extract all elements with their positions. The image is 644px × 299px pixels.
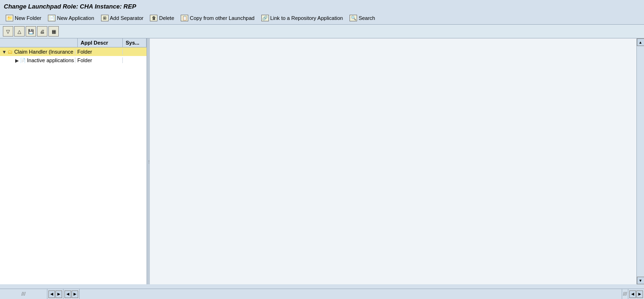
add-separator-label: Add Separator <box>110 15 144 21</box>
nav-left2-button[interactable]: ◀ <box>64 290 71 298</box>
expand-all-icon: ▽ <box>6 29 10 34</box>
link-to-repo-label: Link to a Repository Application <box>270 15 343 21</box>
copy-from-icon: 📋 <box>181 15 188 21</box>
expand-all-button[interactable]: ▽ <box>3 26 13 37</box>
new-application-icon: 📄 <box>48 15 55 21</box>
tree-cell-main: ▶ 📄 Inactive applications <box>8 57 75 63</box>
tree-row-label-child: Inactive applications <box>27 57 74 63</box>
tree-header-sys: Sys... <box>123 38 147 47</box>
new-folder-label: New Folder <box>15 15 41 21</box>
secondary-toolbar: ▽ △ 💾 🖨 ▦ <box>0 25 644 38</box>
status-right-nav: ◀ ▶ <box>628 289 644 299</box>
search-icon: 🔍 <box>350 15 357 21</box>
status-nav-left2: ◀ ▶ <box>64 289 80 299</box>
print-button[interactable]: 🖨 <box>37 26 47 37</box>
scroll-down-button[interactable]: ▼ <box>637 277 644 284</box>
search-label: Search <box>359 15 375 21</box>
status-nav-right: /// <box>622 289 628 299</box>
save-button[interactable]: 💾 <box>26 26 36 37</box>
tree-row[interactable]: ▶ 📄 Inactive applications Folder <box>0 56 147 65</box>
collapse-all-button[interactable]: △ <box>14 26 25 37</box>
page-title: Change Launchpad Role: CHA Instance: REP <box>4 3 136 10</box>
scroll-up-button[interactable]: ▲ <box>637 38 644 46</box>
link-to-repo-button[interactable]: 🔗 Link to a Repository Application <box>258 14 346 22</box>
tree-row[interactable]: ▼ 🗂 Claim Handler (Insurance Folder <box>0 47 147 56</box>
nav-left-button[interactable]: ◀ <box>48 290 55 298</box>
grid-icon: ▦ <box>52 29 56 34</box>
tree-header: Appl Descr Sys... <box>0 38 147 47</box>
new-application-label: New Application <box>57 15 94 21</box>
tree-row-label: Claim Handler (Insurance <box>14 49 74 55</box>
status-nav-left: ◀ ▶ <box>47 289 64 299</box>
title-bar: Change Launchpad Role: CHA Instance: REP <box>0 0 644 12</box>
folder-icon: 🗂 <box>8 49 13 55</box>
link-to-repo-icon: 🔗 <box>261 15 269 21</box>
right-scrollbar: ▲ ▼ <box>636 38 644 284</box>
tree-header-name <box>0 38 78 47</box>
search-button[interactable]: 🔍 Search <box>347 14 378 22</box>
delete-button[interactable]: 🗑 Delete <box>147 14 177 22</box>
delete-icon: 🗑 <box>150 15 157 21</box>
main-container: Appl Descr Sys... ▼ 🗂 Claim Handler (Ins… <box>0 38 644 284</box>
doc-icon: 📄 <box>20 58 26 63</box>
add-separator-button[interactable]: ⊞ Add Separator <box>98 14 147 22</box>
status-middle <box>80 289 622 299</box>
content-panel <box>150 38 644 284</box>
nav-right2-button[interactable]: ▶ <box>72 290 78 298</box>
status-right-text: /// <box>623 291 627 297</box>
toolbar: 📁 New Folder 📄 New Application ⊞ Add Sep… <box>0 12 644 25</box>
nav-far-right-button[interactable]: ▶ <box>636 290 643 298</box>
status-left-section: /// <box>0 289 47 299</box>
copy-from-button[interactable]: 📋 Copy from other Launchpad <box>178 14 257 22</box>
tree-panel: Appl Descr Sys... ▼ 🗂 Claim Handler (Ins… <box>0 38 147 284</box>
nav-far-left-button[interactable]: ◀ <box>629 290 636 298</box>
expand-icon: ▼ <box>2 49 7 55</box>
add-separator-icon: ⊞ <box>101 15 109 21</box>
new-application-button[interactable]: 📄 New Application <box>45 14 97 22</box>
expand-icon-child: ▶ <box>15 58 19 63</box>
delete-label: Delete <box>159 15 174 21</box>
nav-right-button[interactable]: ▶ <box>55 290 62 298</box>
scroll-track <box>637 46 644 277</box>
new-folder-icon: 📁 <box>6 15 13 21</box>
tree-cell-main: ▼ 🗂 Claim Handler (Insurance <box>0 49 75 55</box>
save-icon: 💾 <box>28 29 34 34</box>
print-icon: 🖨 <box>40 29 45 34</box>
tree-cell-desc: Folder <box>75 49 123 55</box>
status-left-text: /// <box>21 291 25 297</box>
collapse-all-icon: △ <box>18 29 21 34</box>
copy-from-label: Copy from other Launchpad <box>190 15 254 21</box>
new-folder-button[interactable]: 📁 New Folder <box>3 14 44 22</box>
grid-button[interactable]: ▦ <box>48 26 59 37</box>
tree-content: ▼ 🗂 Claim Handler (Insurance Folder ▶ 📄 … <box>0 47 147 284</box>
tree-cell-desc-child: Folder <box>75 57 123 63</box>
status-bar: /// ◀ ▶ ◀ ▶ /// ◀ ▶ <box>0 289 644 299</box>
tree-header-appl-descr: Appl Descr <box>78 38 123 47</box>
